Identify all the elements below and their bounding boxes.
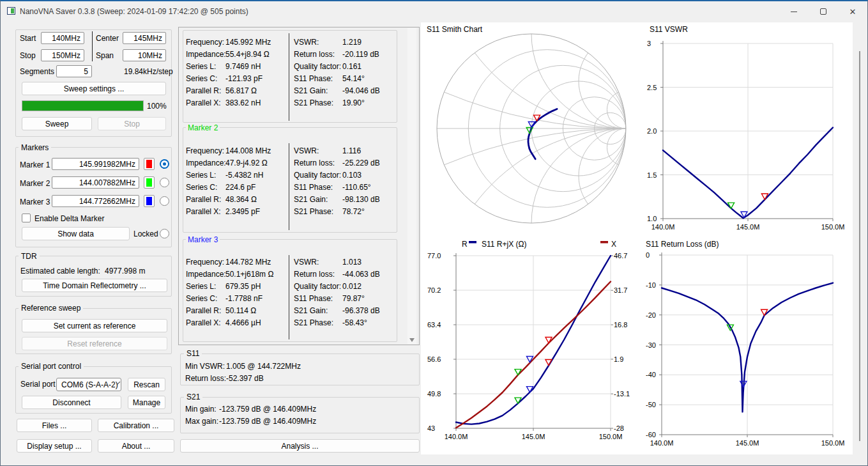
rloss-chart[interactable]: 0-10-20-30-40-50-60140.0M145.0M150.0MS11… — [643, 237, 865, 449]
field-label: S21 Gain: — [294, 306, 342, 315]
field-label: Impedance: — [186, 50, 225, 59]
field-value: -98.130 dB — [342, 195, 380, 204]
analysis-button[interactable]: Analysis ... — [180, 439, 420, 453]
x-tick-label: 150.0M — [821, 223, 845, 231]
y2-tick-label: -13.1 — [614, 390, 630, 398]
locked-label: Locked — [133, 229, 158, 238]
field-label: VSWR: — [294, 146, 342, 155]
cable-length-label: Estimated cable length: — [20, 267, 100, 276]
detail-row: S11 Phase:79.87° — [294, 292, 396, 304]
close-button[interactable]: ✕ — [838, 1, 867, 22]
stop-input[interactable] — [41, 49, 84, 61]
rjx-chart[interactable]: 77.070.263.456.649.84346.731.716.81.9-13… — [422, 237, 641, 449]
charts-scrollbar[interactable] — [855, 24, 864, 454]
x-tick-label: 150.0M — [599, 433, 623, 440]
marker-select-radio[interactable] — [160, 196, 169, 206]
detail-row: Series C:-1.7788 nF — [186, 292, 287, 304]
detail-row: S21 Phase:78.72° — [294, 205, 396, 217]
field-label: Return loss: — [294, 159, 342, 167]
field-value: 0.103 — [342, 171, 362, 180]
detail-row: Series L:679.35 pH — [186, 280, 287, 292]
marker-color-swatch[interactable] — [144, 195, 155, 207]
field-value: 19.90° — [342, 98, 365, 107]
field-label: Parallel X: — [186, 318, 225, 327]
field-value: -121.93 pF — [225, 74, 263, 83]
x-tick-label: 145.0M — [736, 223, 760, 231]
minimize-icon — [791, 12, 797, 12]
set-reference-button[interactable]: Set current as reference — [22, 319, 167, 332]
detail-row: Parallel X:383.62 nH — [186, 97, 287, 109]
field-value: 54.14° — [342, 74, 365, 83]
details-scrollbar[interactable] — [407, 28, 416, 344]
field-value: 0.161 — [342, 62, 362, 71]
field-value: 0.012 — [342, 282, 362, 291]
locked-radio[interactable] — [160, 229, 169, 238]
manage-button[interactable]: Manage — [128, 396, 165, 409]
span-input[interactable] — [123, 49, 166, 61]
detail-row: S11 Phase:-110.65° — [294, 181, 396, 193]
marker-detail-group-title: Marker 3 — [186, 235, 220, 244]
detail-row: Frequency:144.008 MHz — [186, 144, 287, 157]
window-titlebar: NanoVNA Saver 0.3.8 (Sweep: 2024-01-09 1… — [1, 1, 867, 22]
reset-reference-button[interactable]: Reset reference — [22, 337, 167, 350]
marker-color-swatch[interactable] — [144, 176, 155, 189]
field-label: Frequency: — [186, 146, 225, 155]
scroll-down-icon[interactable] — [409, 338, 415, 342]
stop-button[interactable]: Stop — [98, 117, 166, 130]
marker-select-radio[interactable] — [160, 178, 169, 187]
detail-row: Frequency:144.782 MHz — [186, 256, 287, 268]
field-label: Min gain: — [185, 405, 219, 414]
marker-frequency-input[interactable] — [52, 176, 139, 189]
legend-left-label: R — [462, 240, 468, 249]
about-button[interactable]: About ... — [98, 439, 174, 453]
sweep-column-divider — [92, 31, 93, 61]
detail-row: VSWR:1.116 — [294, 144, 396, 157]
charts-scrollbar-thumb[interactable] — [859, 51, 860, 441]
marker-frequency-input[interactable] — [52, 195, 139, 207]
field-value: -25.229 dB — [342, 159, 380, 167]
field-label: Return loss: — [294, 270, 342, 279]
y-tick-label: 63.4 — [427, 321, 441, 329]
marker-frequency-input[interactable] — [52, 158, 139, 170]
s21-group-title: S21 — [184, 392, 202, 401]
sweep-settings-button[interactable]: Sweep settings ... — [22, 82, 166, 95]
smith-chart[interactable]: S11 Smith Chart — [422, 24, 641, 235]
field-label: Series C: — [186, 294, 225, 303]
field-value: 383.62 nH — [225, 98, 261, 107]
calibration-button[interactable]: Calibration ... — [98, 419, 174, 432]
maximize-button[interactable] — [809, 1, 838, 22]
display-setup-button[interactable]: Display setup ... — [17, 439, 92, 453]
files-button[interactable]: Files ... — [17, 419, 92, 432]
delta-marker-checkbox[interactable] — [22, 214, 31, 222]
serial-port-value: COM6 (S-A-A-2) — [61, 380, 118, 389]
field-label: Parallel R: — [186, 86, 225, 95]
start-input[interactable] — [41, 32, 84, 44]
tdr-button[interactable]: Time Domain Reflectometry ... — [22, 279, 167, 292]
segments-input[interactable] — [56, 65, 92, 77]
detail-row: Quality factor:0.161 — [294, 60, 396, 72]
center-input[interactable] — [123, 32, 166, 44]
marker-detail-group: Marker 3Frequency:144.782 MHzImpedance:5… — [183, 239, 397, 342]
y-tick-label: 2.5 — [647, 84, 657, 91]
y-tick-label: -20 — [646, 311, 656, 319]
show-data-button[interactable]: Show data — [22, 227, 130, 240]
field-label: S21 Gain: — [294, 195, 342, 204]
span-label: Span — [96, 51, 114, 60]
sweep-button[interactable]: Sweep — [22, 117, 92, 130]
field-value: 9.7469 nH — [225, 62, 261, 71]
disconnect-button[interactable]: Disconnect — [22, 396, 121, 409]
field-label: Series L: — [186, 62, 225, 71]
detail-row: VSWR:1.219 — [294, 36, 396, 48]
marker-color-swatch[interactable] — [144, 158, 155, 170]
field-label: Impedance: — [186, 270, 225, 279]
marker-detail-group-title: Marker 2 — [186, 123, 220, 132]
serial-port-select[interactable]: COM6 (S-A-A-2) — [56, 378, 121, 391]
vswr-chart[interactable]: 32.52.01.51.0140.0M145.0M150.0MS11 VSWR — [643, 24, 865, 235]
x-tick-label: 145.0M — [522, 433, 545, 440]
rescan-button[interactable]: Rescan — [128, 378, 165, 391]
field-label: S21 Phase: — [294, 207, 342, 216]
minimize-button[interactable] — [779, 1, 809, 22]
marker-select-radio[interactable] — [160, 159, 169, 169]
y2-tick-label: 16.8 — [614, 321, 627, 329]
x-tick-label: 145.0M — [736, 439, 759, 447]
